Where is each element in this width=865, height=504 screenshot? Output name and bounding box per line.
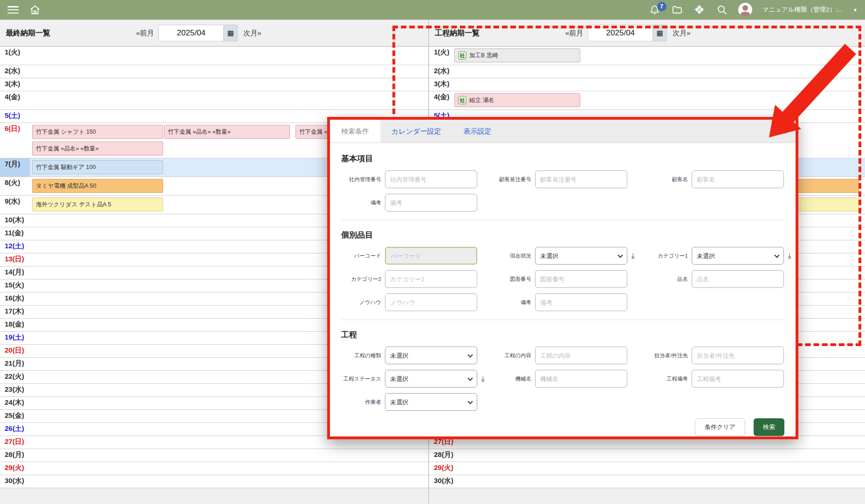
month-input[interactable] <box>588 25 653 41</box>
modal-tab[interactable]: カレンダー設定 <box>380 120 452 143</box>
user-name: マニュアル権限（管理2）:... <box>762 6 843 14</box>
prev-month-link[interactable]: «前月 <box>136 29 154 38</box>
備考-input[interactable] <box>385 194 477 211</box>
prev-month-link[interactable]: «前月 <box>565 29 583 38</box>
bell-icon[interactable]: 7 <box>649 4 661 16</box>
day-label: 9(水) <box>0 196 30 214</box>
カテゴリー1-select[interactable]: 未選択 <box>692 247 784 265</box>
field-label: 社内管理番号 <box>341 176 381 183</box>
next-month-link[interactable]: 次月» <box>673 29 690 38</box>
day-label: 26(土) <box>0 423 30 436</box>
calendar-day-row[interactable]: 29(火) <box>429 462 865 475</box>
calendar-day-row[interactable]: 28(月) <box>0 449 428 462</box>
day-label: 23(水) <box>0 384 30 396</box>
calendar-day-row[interactable]: 4(金)社組立 瀬名 <box>429 91 865 110</box>
field-label: 工程ステータス <box>341 375 381 382</box>
search-conditions-form: 基本項目社内管理番号顧客発注番号顧客名備考個別品目バーコード現在状況未選択⤓カテ… <box>330 143 796 436</box>
day-label: 5(土) <box>0 110 30 123</box>
calendar-event[interactable]: 竹下金属 «品名» «数量» <box>164 125 290 139</box>
calendar-day-row[interactable]: 2(水) <box>429 65 865 78</box>
備考-input[interactable] <box>535 293 627 311</box>
バーコード-input[interactable] <box>385 247 477 265</box>
day-label: 11(金) <box>0 227 30 240</box>
機械名-input[interactable] <box>535 370 627 388</box>
panel-title: 工程納期一覧 <box>435 28 480 38</box>
calendar-day-row[interactable]: 3(木) <box>429 78 865 91</box>
section-divider <box>341 220 784 220</box>
calendar-day-row[interactable]: 29(火) <box>0 462 428 475</box>
calendar-day-row[interactable]: 1(火)社加工B 黒崎 <box>429 47 865 65</box>
menu-icon[interactable] <box>7 6 19 14</box>
day-label: 3(木) <box>0 78 30 91</box>
month-input[interactable] <box>158 25 224 41</box>
calendar-day-row[interactable]: 1(火) <box>0 47 428 65</box>
calendar-day-row[interactable]: 28(月) <box>429 449 865 462</box>
作業者-select[interactable]: 未選択 <box>385 393 477 411</box>
calendar-picker-icon[interactable]: ▦ <box>653 25 667 41</box>
calendar-event[interactable]: 海外ツクリダス テスト品A 5 <box>32 198 163 211</box>
工程の内容-input[interactable] <box>535 347 627 364</box>
field-label: 顧客名 <box>638 176 688 183</box>
工程の種類-select[interactable]: 未選択 <box>385 347 477 364</box>
社内管理番号-input[interactable] <box>385 170 477 188</box>
顧客名-input[interactable] <box>692 170 784 188</box>
modal-tab[interactable]: 表示設定 <box>452 120 502 143</box>
caret-down-icon[interactable]: ▼ <box>853 7 858 13</box>
event-label: 竹下金属 «品名» «数量» <box>36 145 99 153</box>
calendar-day-row[interactable]: 30(水) <box>429 475 865 488</box>
field-label: 顧客発注番号 <box>488 176 531 183</box>
図面番号-input[interactable] <box>535 270 627 288</box>
modal-tab[interactable]: 検索条件 <box>330 120 380 143</box>
担当者/外注先-input[interactable] <box>692 347 784 364</box>
company-badge: 社 <box>458 51 467 60</box>
day-label: 1(火) <box>0 47 30 65</box>
home-icon[interactable] <box>29 4 41 16</box>
calendar-event[interactable]: 社加工B 黒崎 <box>454 48 580 62</box>
next-month-link[interactable]: 次月» <box>243 29 261 38</box>
calendar-day-row[interactable]: 4(金) <box>0 91 428 110</box>
search-icon[interactable] <box>716 4 728 16</box>
event-label: 組立 瀬名 <box>469 96 494 104</box>
expand-selection-icon[interactable]: ⤓ <box>784 252 795 260</box>
calendar-day-row[interactable]: 30(水) <box>0 475 428 488</box>
folder-icon[interactable] <box>671 4 683 16</box>
calendar-event[interactable]: 竹下金属 シャフト 150 <box>32 125 163 139</box>
day-label: 20(日) <box>0 345 30 357</box>
field-label: 品名 <box>638 276 688 283</box>
calendar-event[interactable]: 竹下金属 «品名» «数量» <box>32 142 163 156</box>
calendar-event[interactable]: 竹下金属 駆動ギア 100 <box>32 160 163 174</box>
day-label: 28(月) <box>429 449 459 462</box>
final-due-header: 最終納期一覧 «前月 ▦ 次月» <box>0 20 428 47</box>
day-label: 2(水) <box>0 65 30 78</box>
現在状況-select[interactable]: 未選択 <box>535 247 627 265</box>
close-icon[interactable]: ✕ <box>780 126 787 136</box>
company-badge: 社 <box>458 96 467 104</box>
工程備考-input[interactable] <box>692 370 784 388</box>
search-button[interactable]: 検索 <box>754 418 784 436</box>
calendar-event[interactable]: タミヤ電機 成型品A 50 <box>32 179 163 193</box>
calendar-event[interactable]: 社組立 瀬名 <box>454 93 580 107</box>
expand-selection-icon[interactable]: ⤓ <box>627 252 638 260</box>
search-settings-modal: 検索条件カレンダー設定表示設定 ✕ 基本項目社内管理番号顧客発注番号顧客名備考個… <box>327 117 798 439</box>
カテゴリー2-input[interactable] <box>385 270 477 288</box>
section-heading: 工程 <box>341 329 784 340</box>
field-label: 図面番号 <box>488 276 531 283</box>
品名-input[interactable] <box>692 270 784 288</box>
day-label: 30(水) <box>0 475 30 488</box>
calendar-day-row[interactable]: 2(水) <box>0 65 428 78</box>
calendar-picker-icon[interactable]: ▦ <box>224 25 238 41</box>
工程ステータス-select[interactable]: 未選択 <box>385 370 477 388</box>
dropbox-icon[interactable]: ❖ <box>693 4 706 16</box>
day-label: 18(金) <box>0 319 30 331</box>
day-label: 19(土) <box>0 332 30 344</box>
calendar-day-row[interactable]: 3(木) <box>0 78 428 91</box>
ノウハウ-input[interactable] <box>385 293 477 311</box>
day-label: 22(火) <box>0 371 30 383</box>
clear-conditions-button[interactable]: 条件クリア <box>695 418 745 436</box>
day-label: 29(火) <box>0 462 30 475</box>
顧客発注番号-input[interactable] <box>535 170 627 188</box>
expand-selection-icon[interactable]: ⤓ <box>477 375 488 383</box>
day-label: 28(月) <box>0 449 30 462</box>
avatar[interactable] <box>738 3 752 17</box>
day-label: 3(木) <box>429 78 459 91</box>
